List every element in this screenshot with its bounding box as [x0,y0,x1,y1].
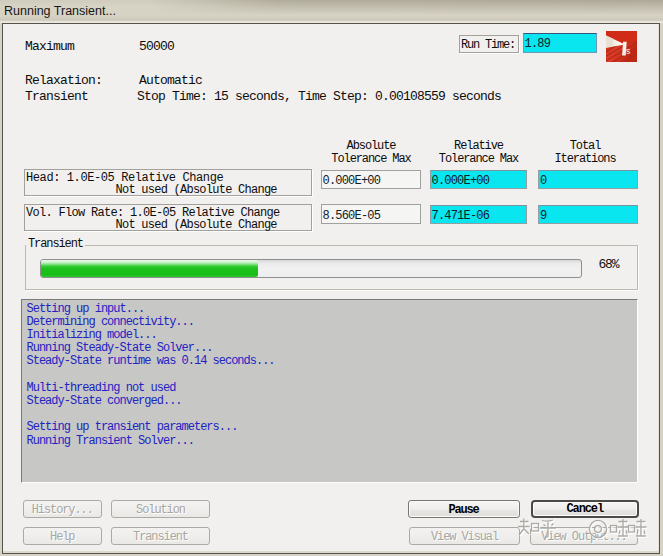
svg-text:s: s [626,46,630,56]
